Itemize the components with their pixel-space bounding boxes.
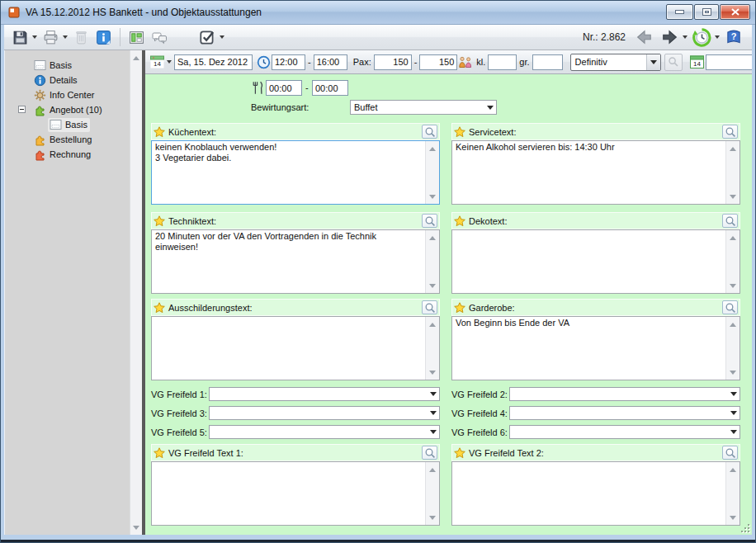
textarea-scrollbar[interactable]: [725, 230, 739, 293]
ausschilderungstext-group: Ausschilderungstext:: [151, 299, 440, 380]
textarea-scrollbar[interactable]: [725, 462, 739, 525]
sidebar-item-angebot[interactable]: Angebot (10): [5, 102, 142, 117]
save-button[interactable]: [9, 26, 31, 49]
help-button[interactable]: ?: [722, 26, 745, 49]
kl-label: kl.: [476, 57, 485, 67]
tasks-button[interactable]: [196, 26, 219, 49]
bewirtungsart-select[interactable]: Buffet: [350, 100, 497, 115]
zoom-text-button[interactable]: [722, 300, 738, 314]
freifeld-6-combo[interactable]: [509, 425, 740, 439]
calendar-2-button[interactable]: 14: [688, 52, 706, 72]
textarea-scrollbar[interactable]: [425, 462, 439, 525]
zoom-text-button[interactable]: [422, 300, 437, 314]
minimize-icon: [676, 11, 683, 13]
calendar-icon: 14: [689, 54, 705, 69]
window-icon: [33, 59, 46, 72]
meal-time-to-input[interactable]: 00:00: [312, 80, 348, 96]
print-button[interactable]: [40, 26, 62, 49]
notes-button[interactable]: [148, 26, 171, 49]
dekotext-textarea[interactable]: [451, 229, 740, 294]
svg-text:14: 14: [693, 60, 701, 68]
scroll-up-icon[interactable]: [130, 51, 142, 64]
sidebar-item-angebot-basis[interactable]: Basis: [5, 117, 142, 132]
pax-to-input[interactable]: 150: [419, 54, 457, 70]
gr-input[interactable]: [532, 54, 563, 70]
freifeld-3-combo[interactable]: [209, 406, 440, 420]
zoom-text-button[interactable]: [722, 214, 738, 228]
pax-from-input[interactable]: 150: [374, 54, 412, 70]
freifeld-text-2-group: VG Freifeld Text 2:: [451, 444, 740, 526]
navigation-sidebar: Basis Details Info Center: [4, 50, 142, 535]
textarea-scrollbar[interactable]: [425, 230, 439, 293]
textarea-scrollbar[interactable]: [725, 141, 739, 204]
history-button[interactable]: [690, 26, 714, 49]
maximize-button[interactable]: [694, 4, 719, 20]
ausschilderungstext-textarea[interactable]: [151, 316, 440, 380]
textarea-scrollbar[interactable]: [725, 317, 739, 380]
sidebar-item-info-center[interactable]: Info Center: [5, 87, 142, 102]
close-button[interactable]: [720, 4, 750, 20]
freifeld-6-row: VG Freifeld 6:: [451, 425, 740, 439]
note-input[interactable]: [706, 54, 752, 70]
zoom-text-button[interactable]: [422, 446, 437, 460]
time-button[interactable]: [256, 52, 272, 72]
collapse-expander-icon[interactable]: [18, 106, 26, 113]
kl-input[interactable]: [488, 54, 517, 70]
freifeld-3-row: VG Freifeld 3:: [151, 406, 440, 420]
freifeld-text-1-textarea[interactable]: [151, 461, 440, 526]
zoom-text-button[interactable]: [422, 125, 437, 139]
save-dropdown-caret[interactable]: [32, 35, 37, 39]
group-label: VG Freifeld Text 2:: [469, 448, 544, 458]
freifeld-4-combo[interactable]: [509, 406, 740, 420]
star-icon: [454, 302, 465, 314]
star-icon: [454, 215, 465, 227]
techniktext-textarea[interactable]: 20 Minuten vor der VA den Vortragenden i…: [151, 229, 440, 294]
minimize-button[interactable]: [666, 4, 693, 20]
print-dropdown-caret[interactable]: [63, 35, 68, 39]
freifeld-2-combo[interactable]: [509, 387, 740, 401]
history-dropdown-caret[interactable]: [715, 35, 720, 39]
scroll-down-icon[interactable]: [130, 521, 142, 534]
servicetext-textarea[interactable]: Keinen Alkohol servieren bis: 14:30 Uhr: [451, 140, 740, 205]
freifeld-1-combo[interactable]: [209, 387, 440, 401]
tasks-dropdown-caret[interactable]: [220, 35, 224, 39]
svg-text:14: 14: [154, 60, 161, 68]
textarea-scrollbar[interactable]: [425, 317, 439, 380]
freifeld-5-combo[interactable]: [209, 425, 440, 439]
garderobe-textarea[interactable]: Von Beginn bis Ende der VA: [451, 316, 740, 380]
toolbar-separator: [120, 28, 120, 46]
sidebar-item-basis[interactable]: Basis: [5, 58, 142, 73]
freifeld-label: VG Freifeld 4:: [451, 408, 509, 418]
group-label: Dekotext:: [469, 216, 507, 226]
group-label: Ausschilderungstext:: [168, 303, 253, 313]
next-record-button[interactable]: [657, 26, 682, 49]
time-from-input[interactable]: 12:00: [272, 54, 305, 70]
sidebar-item-details[interactable]: Details: [5, 73, 142, 87]
search-button[interactable]: [664, 54, 683, 71]
sidebar-item-rechnung[interactable]: Rechnung: [5, 147, 142, 162]
kuechentext-textarea[interactable]: keinen Knoblauch verwenden! 3 Vegetarier…: [151, 140, 440, 205]
record-nav-caret[interactable]: [683, 35, 687, 39]
zoom-text-button[interactable]: [722, 446, 738, 460]
info-button[interactable]: [92, 26, 115, 49]
calendar-dropdown-caret[interactable]: [167, 60, 172, 64]
puzzle-icon-green: [33, 104, 46, 116]
meal-time-separator: -: [305, 83, 309, 92]
zoom-text-button[interactable]: [422, 214, 437, 228]
textarea-scrollbar[interactable]: [425, 141, 439, 204]
calendar-button[interactable]: 14: [149, 52, 166, 72]
status-select[interactable]: Definitiv: [570, 54, 661, 71]
sidebar-item-bestellung[interactable]: Bestellung: [5, 132, 142, 147]
room-plan-button[interactable]: [125, 26, 148, 49]
previous-record-button[interactable]: [632, 26, 657, 49]
meal-time-from-input[interactable]: 00:00: [266, 80, 302, 96]
room-plan-icon: [128, 29, 145, 46]
resize-grip[interactable]: [739, 522, 749, 532]
zoom-text-button[interactable]: [722, 125, 738, 139]
info-icon: [95, 29, 112, 46]
delete-button[interactable]: [70, 26, 92, 49]
freifeld-text-2-textarea[interactable]: [451, 461, 740, 526]
time-to-input[interactable]: 16:00: [314, 54, 347, 70]
date-input[interactable]: Sa, 15. Dez 2012: [174, 54, 253, 70]
sidebar-scrollbar[interactable]: [130, 50, 142, 535]
